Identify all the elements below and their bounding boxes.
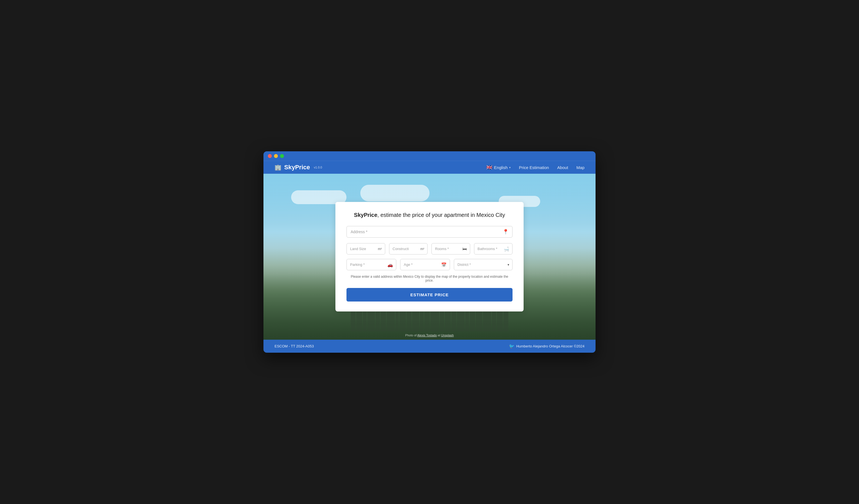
bathrooms-group: 🛁 [474, 243, 513, 255]
fields-row-2: 🚗 📅 District * Benito Juárez Cuauhtémoc … [346, 259, 513, 270]
nav-map[interactable]: Map [576, 165, 585, 170]
nav-links: 🇬🇧 English ▾ Price Estimation About Map [486, 164, 585, 170]
photo-credit: Photo of Alexis Tostado at Unsplash [405, 334, 454, 337]
hint-text: Please enter a valid address within Mexi… [346, 275, 513, 282]
brand[interactable]: 🏢 SkyPrice v1.0.0 [274, 164, 322, 171]
address-input[interactable] [346, 226, 513, 238]
form-title: SkyPrice, estimate the price of your apa… [346, 212, 513, 218]
land-size-group: m² [346, 243, 385, 255]
parking-group: 🚗 [346, 259, 396, 270]
footer: ESCOM - TT 2024-A053 🐦 Humberto Alejandr… [263, 340, 596, 353]
minimize-button[interactable] [274, 154, 278, 158]
footer-left: ESCOM - TT 2024-A053 [274, 344, 314, 348]
app-window: 🏢 SkyPrice v1.0.0 🇬🇧 English ▾ Price Est… [263, 151, 596, 353]
brand-name: SkyPrice [284, 164, 310, 171]
photo-credit-author[interactable]: Alexis Tostado [417, 334, 437, 337]
photo-credit-mid: at [437, 334, 441, 337]
brand-version: v1.0.0 [314, 166, 322, 169]
estimate-form-card: SkyPrice, estimate the price of your apa… [335, 202, 524, 311]
flag-icon: 🇬🇧 [486, 164, 492, 170]
titlebar [263, 151, 596, 161]
bird-icon: 🐦 [509, 343, 514, 349]
address-wrapper: 📍 [346, 226, 513, 238]
hero-section: SkyPrice, estimate the price of your apa… [263, 174, 596, 340]
estimate-price-button[interactable]: ESTIMATE PRICE [346, 288, 513, 302]
fields-row-1: m² m² 🛏 🛁 [346, 243, 513, 255]
address-row: 📍 [346, 226, 513, 238]
cloud-decor-3 [360, 185, 430, 201]
parking-input[interactable] [346, 259, 396, 270]
nav-price-estimation[interactable]: Price Estimation [519, 165, 549, 170]
language-selector[interactable]: 🇬🇧 English ▾ [486, 164, 511, 170]
fullscreen-button[interactable] [280, 154, 284, 158]
form-title-brand: SkyPrice [354, 212, 377, 218]
land-size-input[interactable] [346, 243, 385, 255]
rooms-group: 🛏 [432, 243, 470, 255]
building [451, 311, 456, 331]
brand-icon: 🏢 [274, 164, 282, 171]
district-group: District * Benito Juárez Cuauhtémoc Migu… [454, 259, 513, 270]
photo-credit-site[interactable]: Unsplash [441, 334, 454, 337]
rooms-input[interactable] [432, 243, 470, 255]
location-pin-icon: 📍 [502, 229, 509, 235]
photo-credit-text: Photo of [405, 334, 417, 337]
age-group: 📅 [400, 259, 450, 270]
traffic-lights [268, 154, 284, 158]
nav-about[interactable]: About [557, 165, 568, 170]
district-select[interactable]: District * Benito Juárez Cuauhtémoc Migu… [454, 259, 513, 270]
bathrooms-input[interactable] [474, 243, 513, 255]
lang-label: English [494, 165, 508, 170]
age-input[interactable] [400, 259, 450, 270]
building [380, 309, 386, 331]
chevron-down-icon: ▾ [509, 166, 511, 169]
close-button[interactable] [268, 154, 272, 158]
footer-copyright: Humberto Alejandro Ortega Alcocer ©2024 [516, 344, 585, 348]
footer-right: 🐦 Humberto Alejandro Ortega Alcocer ©202… [509, 343, 585, 349]
form-title-rest: , estimate the price of your apartment i… [377, 212, 505, 218]
navbar: 🏢 SkyPrice v1.0.0 🇬🇧 English ▾ Price Est… [263, 161, 596, 174]
construction-size-group: m² [389, 243, 428, 255]
construction-size-input[interactable] [389, 243, 428, 255]
